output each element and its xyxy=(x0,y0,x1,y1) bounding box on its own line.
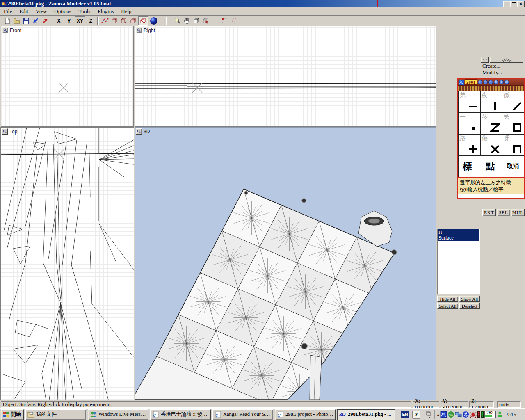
ime-back-button[interactable]: ← xyxy=(478,80,482,84)
ime-enter-button[interactable]: ↩ xyxy=(483,80,488,84)
viewport-top[interactable]: Top xyxy=(0,127,134,400)
menu-plugins[interactable]: Plugins xyxy=(94,8,117,15)
mode-ext-button[interactable]: EXT xyxy=(482,209,496,216)
new-file-button[interactable] xyxy=(2,16,12,25)
create-command[interactable]: Create... xyxy=(482,63,500,69)
traffic-meter-tray-icon[interactable] xyxy=(477,411,484,418)
objects-panel: H Surface Hide All Show All Select All D… xyxy=(437,229,480,309)
viewport-right[interactable]: Right xyxy=(135,26,436,127)
wireframe-view-button[interactable] xyxy=(110,16,119,25)
taskbar-task-busforum[interactable]: e 香港巴士論壇 :: 發表... xyxy=(150,409,211,420)
ime-title-bar[interactable]: 九 2001 ← ↩ − 首 ? 訊 xyxy=(458,79,524,85)
menu-tools[interactable]: Tools xyxy=(75,8,94,15)
ime-cancel-button[interactable]: 取消 xyxy=(502,156,524,177)
title-bar[interactable]: 298Ebeta31.pkg - Zanoza Modeler v1.05 fi… xyxy=(0,0,525,7)
modify-command[interactable]: Modify... xyxy=(482,69,502,76)
na-status-tray-icon[interactable]: N/A xyxy=(447,411,454,418)
viewport-menu-button[interactable] xyxy=(2,128,8,135)
stroke-horizontal-icon xyxy=(468,101,479,112)
menu-help[interactable]: Help xyxy=(117,8,135,15)
ime-cell[interactable]: 呀 xyxy=(502,135,524,155)
view-cube-icon xyxy=(193,18,200,24)
list-item[interactable]: H xyxy=(438,229,479,235)
toolbar-restore-icon[interactable] xyxy=(425,411,431,418)
start-button[interactable]: 開始 xyxy=(1,409,24,420)
save-button[interactable] xyxy=(21,16,31,25)
pan-tool-button[interactable] xyxy=(182,16,192,25)
vertices-mode-button[interactable] xyxy=(100,16,110,25)
ime-help-tray-button[interactable]: ? xyxy=(412,411,420,419)
taskbar-task-mydocs[interactable]: 我的文件 xyxy=(25,409,86,420)
taskbar-task-messenger[interactable]: Windows Live Messenger xyxy=(88,409,148,420)
taskbar-task-photobucket[interactable]: e 298E project - Photobu... xyxy=(275,409,336,420)
import-arrow-icon xyxy=(32,18,39,24)
import-button[interactable] xyxy=(31,16,40,25)
menu-view[interactable]: View xyxy=(32,8,50,15)
select-object-button[interactable] xyxy=(201,16,210,25)
list-item[interactable]: Surface xyxy=(438,235,479,241)
viewport-front[interactable]: Front xyxy=(1,26,134,127)
ime-cell[interactable]: 琴 xyxy=(481,113,502,134)
ime-info-button[interactable]: 訊 xyxy=(504,80,509,84)
hide-all-button[interactable]: Hide All xyxy=(437,296,458,302)
rotate-view-button[interactable] xyxy=(192,16,201,25)
ime-home-button[interactable]: 首 xyxy=(494,80,498,84)
ime-window[interactable]: 九 2001 ← ↩ − 首 ? 訊 弟 夜 孫 一 琴 民 路 傷 呀 標 點… xyxy=(457,78,525,199)
show-all-button[interactable]: Show All xyxy=(459,296,480,302)
textured-view-button[interactable] xyxy=(138,16,148,26)
zoom-tool-button[interactable] xyxy=(173,16,182,25)
ime-cell[interactable]: 路 xyxy=(459,135,480,155)
ime-punctuation-button[interactable]: 標 點 xyxy=(459,156,502,177)
axis-z-button[interactable]: Z xyxy=(86,16,96,26)
axis-y-button[interactable]: Y xyxy=(64,16,74,26)
ime-cell[interactable]: 孫 xyxy=(502,91,524,112)
deselect-button[interactable]: Deselect xyxy=(459,303,480,309)
taskbar-task-zmodeler-active[interactable]: 3D 298Ebeta31.pkg - ... xyxy=(337,409,395,420)
taskbar-task-xanga[interactable]: e Xanga: Read Your Sub... xyxy=(212,409,273,420)
ime-cell[interactable]: 傷 xyxy=(481,135,502,155)
ime-help-button[interactable]: ? xyxy=(499,80,504,84)
select-all-button[interactable]: Select All xyxy=(437,303,458,309)
ime-cell[interactable]: 弟 xyxy=(459,91,480,112)
objects-list[interactable]: H Surface xyxy=(437,229,480,294)
select-circle-button[interactable] xyxy=(230,16,240,25)
internet-explorer-icon: e xyxy=(152,411,159,418)
shaded-view-button[interactable] xyxy=(148,16,160,25)
minimize-button[interactable]: _ xyxy=(503,1,511,7)
viewport-menu-button[interactable] xyxy=(136,27,142,33)
viewport-menu-button[interactable] xyxy=(136,128,142,135)
mode-mul-button[interactable]: MUL xyxy=(511,209,525,216)
menu-options[interactable]: Options xyxy=(50,8,75,15)
viewport-3d[interactable]: 3D xyxy=(135,127,436,400)
ime-minimize-button[interactable]: − xyxy=(488,80,493,84)
tray-chevron[interactable]: « xyxy=(437,411,440,418)
menu-edit[interactable]: Edit xyxy=(16,8,32,15)
messenger-status-tray-icon[interactable] xyxy=(496,411,503,418)
open-file-button[interactable] xyxy=(12,16,21,25)
ime-cell[interactable]: 夜 xyxy=(481,91,502,112)
ime-year-badge: 2001 xyxy=(465,79,477,85)
facets-view-button[interactable] xyxy=(128,16,138,25)
ime-cell[interactable]: 一 xyxy=(459,113,480,134)
panel-swap-button[interactable]: <> xyxy=(481,57,489,63)
q9-ime-tray-icon[interactable] xyxy=(440,411,447,418)
export-button[interactable] xyxy=(40,16,50,25)
select-rect-button[interactable] xyxy=(221,16,230,25)
menu-file[interactable]: File xyxy=(0,8,16,15)
close-button[interactable]: × xyxy=(517,1,525,7)
axes-view-button[interactable] xyxy=(119,16,128,25)
antivirus-tray-icon[interactable] xyxy=(470,411,477,418)
counter-tray-badge[interactable]: 282 xyxy=(484,411,496,418)
stroke-x-icon xyxy=(490,144,500,155)
viewport-menu-button[interactable] xyxy=(2,27,8,33)
ime-cell[interactable]: 民 xyxy=(502,113,524,134)
bluetooth-tray-icon[interactable] xyxy=(462,411,469,418)
restore-button[interactable] xyxy=(510,1,518,7)
axis-xy-button[interactable]: XY xyxy=(74,16,86,26)
network-tray-icon[interactable] xyxy=(455,411,462,418)
panel-collapse-button[interactable] xyxy=(490,57,523,63)
language-indicator[interactable]: EN xyxy=(401,411,409,418)
mode-sel-button[interactable]: SEL xyxy=(497,209,510,216)
taskbar-clock[interactable]: 9:15 xyxy=(507,411,516,418)
axis-x-button[interactable]: X xyxy=(54,16,64,26)
